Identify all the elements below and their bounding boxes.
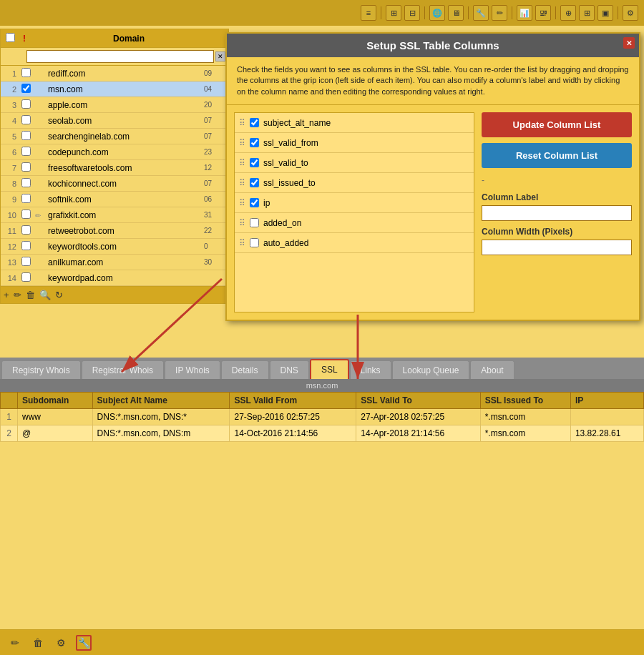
toolbar-gear-icon[interactable]: ⚙ (623, 5, 638, 21)
col-checkbox-ip[interactable] (250, 198, 259, 207)
checkbox-6[interactable] (21, 147, 31, 156)
checkbox-9[interactable] (21, 194, 31, 203)
tab-ssl[interactable]: SSL (310, 359, 349, 379)
bottom-wrench-button[interactable]: 🔧 (76, 635, 92, 651)
tab-registry-whois[interactable]: Registry Whois (1, 360, 81, 379)
row-checkbox-4[interactable] (19, 115, 32, 127)
row-checkbox-6[interactable] (19, 147, 32, 158)
bottom-delete-button[interactable]: 🗑 (30, 635, 46, 651)
ssl-col-auto-added[interactable]: ⠿ auto_added (235, 233, 474, 253)
col-checkbox-subject-alt-name[interactable] (250, 118, 259, 127)
ssl-dialog-close-button[interactable]: ✕ (623, 37, 635, 49)
ssl-col-ssl-valid-from[interactable]: ⠿ ssl_valid_from (235, 133, 474, 153)
domain-row-12[interactable]: 12 keywordtools.com 0 (1, 239, 228, 255)
row-checkbox-8[interactable] (19, 178, 32, 189)
row-checkbox-13[interactable] (19, 257, 32, 268)
toolbar-chart-icon[interactable]: 📊 (517, 5, 532, 21)
add-domain-button[interactable]: + (4, 290, 9, 300)
checkbox-5[interactable] (21, 131, 31, 140)
toolbar-wrench-icon[interactable]: 🔧 (473, 5, 489, 21)
tab-lookup-queue[interactable]: Lookup Queue (392, 360, 470, 379)
toolbar-menu-icon[interactable]: ≡ (361, 5, 376, 21)
toolbar-square-icon[interactable]: ▣ (597, 5, 613, 21)
toolbar-grid-icon[interactable]: ⊞ (386, 5, 401, 21)
row-checkbox-7[interactable] (19, 162, 32, 174)
column-label-input[interactable] (482, 205, 632, 221)
tab-ip-whois[interactable]: IP Whois (165, 360, 220, 379)
search-domain-button[interactable]: 🔍 (39, 290, 51, 300)
row-checkbox-9[interactable] (19, 194, 32, 205)
bottom-edit-button[interactable]: ✏ (7, 635, 23, 651)
reset-column-list-button[interactable]: Reset Column List (482, 143, 632, 168)
top-toolbar: ≡ ⊞ ⊟ 🌐 🖥 🔧 ✏ 📊 🖳 ⊕ ⊞ ▣ ⚙ (0, 0, 644, 26)
row-checkbox-12[interactable] (19, 241, 32, 252)
row-date-9: 06 (204, 195, 225, 203)
col-checkbox-ssl-valid-to[interactable] (250, 158, 259, 167)
checkbox-1[interactable] (21, 68, 31, 77)
tab-about[interactable]: About (470, 360, 514, 379)
toolbar-pencil-icon[interactable]: ✏ (492, 5, 507, 21)
checkbox-12[interactable] (21, 241, 31, 250)
col-checkbox-ssl-issued-to[interactable] (250, 178, 259, 187)
refresh-domain-button[interactable]: ↻ (55, 290, 63, 300)
tab-dns[interactable]: DNS (270, 360, 309, 379)
ssl-col-ip[interactable]: ⠿ ip (235, 193, 474, 213)
domain-row-7[interactable]: 7 freesoftwaretools.com 12 (1, 160, 228, 176)
ssl-col-ssl-issued-to[interactable]: ⠿ ssl_issued_to (235, 173, 474, 193)
col-checkbox-auto-added[interactable] (250, 238, 259, 247)
tab-links[interactable]: Links (350, 360, 391, 379)
row-date-11: 22 (204, 227, 225, 235)
delete-domain-button[interactable]: 🗑 (26, 290, 35, 300)
domain-search-input[interactable] (26, 50, 214, 63)
toolbar-window-icon[interactable]: ⊞ (579, 5, 595, 21)
column-width-input[interactable] (482, 240, 632, 255)
domain-row-8[interactable]: 8 kochiconnect.com 07 (1, 176, 228, 192)
row-checkbox-14[interactable] (19, 272, 32, 284)
checkbox-2[interactable] (21, 84, 31, 93)
checkbox-14[interactable] (21, 272, 31, 282)
checkbox-11[interactable] (21, 225, 31, 235)
select-all-checkbox[interactable] (6, 33, 15, 42)
domain-row-10[interactable]: 10 ✏ grafixkit.com 31 (1, 207, 228, 223)
row-checkbox-2[interactable] (19, 84, 32, 95)
checkbox-13[interactable] (21, 257, 31, 266)
edit-domain-button[interactable]: ✏ (14, 290, 21, 300)
checkbox-4[interactable] (21, 115, 31, 124)
row-checkbox-1[interactable] (19, 68, 32, 79)
toolbar-box-icon[interactable]: ⊟ (404, 5, 420, 21)
domain-row-selected[interactable]: 2 msn.com 04 (1, 82, 228, 97)
update-column-list-button[interactable]: Update Column List (482, 112, 632, 137)
domain-row-9[interactable]: 9 softnik.com 06 (1, 192, 228, 207)
domain-row[interactable]: 1 rediff.com 09 (1, 66, 228, 82)
domain-row-3[interactable]: 3 apple.com 20 (1, 97, 228, 113)
domain-row-5[interactable]: 5 searchenginelab.com 07 (1, 129, 228, 144)
ssl-col-ssl-valid-to[interactable]: ⠿ ssl_valid_to (235, 153, 474, 173)
row-checkbox-3[interactable] (19, 99, 32, 111)
domain-row-4[interactable]: 4 seolab.com 07 (1, 113, 228, 129)
domain-row-6[interactable]: 6 codepunch.com 23 (1, 144, 228, 160)
bottom-settings-button[interactable]: ⚙ (53, 635, 69, 651)
row-checkbox-5[interactable] (19, 131, 32, 142)
tab-details[interactable]: Details (221, 360, 269, 379)
row-checkbox-11[interactable] (19, 225, 32, 237)
checkbox-7[interactable] (21, 162, 31, 172)
checkbox-8[interactable] (21, 178, 31, 187)
search-clear-button[interactable]: ✕ (215, 51, 225, 61)
checkbox-3[interactable] (21, 99, 31, 109)
col-checkbox-ssl-valid-from[interactable] (250, 138, 259, 147)
checkbox-10[interactable] (21, 210, 31, 219)
ssl-table-row-1[interactable]: 1 www DNS:*.msn.com, DNS:* 27-Sep-2016 0… (1, 409, 644, 425)
ssl-col-subject-alt-name[interactable]: ⠿ subject_alt_name (235, 113, 474, 133)
domain-row-11[interactable]: 11 retweetrobot.com 22 (1, 223, 228, 239)
ssl-col-added-on[interactable]: ⠿ added_on (235, 213, 474, 233)
toolbar-computer-icon[interactable]: 🖳 (535, 5, 551, 21)
tab-registrar-whois[interactable]: Registrar Whois (82, 360, 164, 379)
domain-row-13[interactable]: 13 anilkumar.com 30 (1, 255, 228, 270)
toolbar-plugin-icon[interactable]: ⊕ (560, 5, 576, 21)
row-checkbox-10[interactable] (19, 210, 32, 221)
toolbar-monitor-icon[interactable]: 🖥 (448, 5, 464, 21)
domain-row-14[interactable]: 14 keywordpad.com (1, 270, 228, 286)
ssl-table-row-2[interactable]: 2 @ DNS:*.msn.com, DNS:m 14-Oct-2016 21:… (1, 425, 644, 442)
toolbar-globe-icon[interactable]: 🌐 (429, 5, 445, 21)
col-checkbox-added-on[interactable] (250, 218, 259, 227)
